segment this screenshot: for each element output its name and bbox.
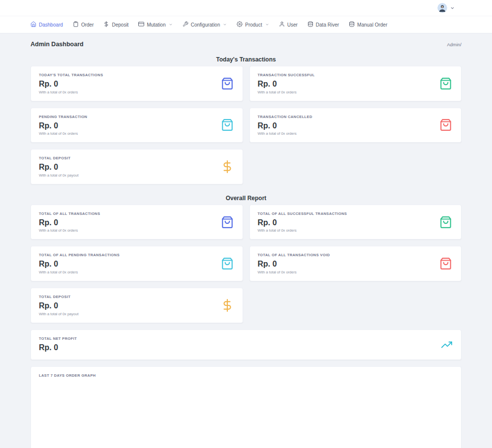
net-profit-card: TOTAL NET PROFIT Rp. 0 xyxy=(31,329,461,360)
stat-card: TOTAL OF ALL SUCCESSFUL TRANSACTIONSRp. … xyxy=(249,205,462,240)
shopping-bag-icon xyxy=(439,216,452,229)
nav-item-label: Order xyxy=(81,22,94,28)
stat-card: TODAY'S TOTAL TRANSACTIONSRp. 0With a to… xyxy=(31,66,243,101)
shopping-bag-icon xyxy=(439,119,452,131)
dollar-icon xyxy=(103,21,109,28)
stat-subtitle: With a total of 0x orders xyxy=(258,90,454,94)
stat-value: Rp. 0 xyxy=(258,218,454,227)
stat-label: TRANSACTION CANCELLED xyxy=(258,115,454,119)
stat-value: Rp. 0 xyxy=(258,80,454,89)
stat-value: Rp. 0 xyxy=(258,121,454,130)
stat-value: Rp. 0 xyxy=(39,218,235,227)
section-heading-overall: Overall Report xyxy=(31,191,461,205)
stat-value: Rp. 0 xyxy=(258,260,454,269)
dollar-icon xyxy=(221,160,234,173)
graph-label: LAST 7 DAYS ORDER GRAPH xyxy=(39,373,453,378)
nav-item-label: Dashboard xyxy=(39,22,63,28)
stat-label: TOTAL OF ALL PENDING TRANSACTIONS xyxy=(39,253,235,257)
shopping-bag-icon xyxy=(221,119,234,131)
nav-item-label: Data River xyxy=(316,22,339,28)
shopping-bag-icon xyxy=(439,257,452,270)
stat-subtitle: With a total of 0x payout xyxy=(39,312,235,316)
wrench-icon xyxy=(183,21,188,28)
stat-value: Rp. 0 xyxy=(39,260,235,269)
stat-subtitle: With a total of 0x payout xyxy=(39,173,235,178)
stat-subtitle: With a total of 0x orders xyxy=(258,131,454,136)
page-title: Admin Dashboard xyxy=(31,41,84,48)
nav-item-product[interactable]: Product xyxy=(237,21,269,28)
stat-card: TOTAL OF ALL PENDING TRANSACTIONSRp. 0Wi… xyxy=(31,246,243,281)
nav-item-dashboard[interactable]: Dashboard xyxy=(31,21,63,28)
stat-card: TRANSACTION CANCELLEDRp. 0With a total o… xyxy=(249,108,462,143)
main-navigation: DashboardOrderDepositMutationConfigurati… xyxy=(0,16,492,33)
stat-card: TOTAL OF ALL TRANSACTIONSRp. 0With a tot… xyxy=(31,205,243,240)
last-7-days-order-graph-card: LAST 7 DAYS ORDER GRAPH xyxy=(31,366,461,448)
chevron-down-icon xyxy=(450,6,455,10)
top-bar xyxy=(0,0,492,16)
stat-card: TOTAL OF ALL TRANSACTIONS VOIDRp. 0With … xyxy=(249,246,462,281)
stat-subtitle: With a total of 0x orders xyxy=(39,270,235,274)
stat-card: TOTAL DEPOSITRp. 0With a total of 0x pay… xyxy=(31,288,243,323)
clipboard-icon xyxy=(73,21,79,28)
stat-value: Rp. 0 xyxy=(39,301,235,310)
shopping-bag-icon xyxy=(221,257,234,270)
stat-subtitle: With a total of 0x orders xyxy=(39,90,235,94)
stat-value: Rp. 0 xyxy=(39,343,453,352)
nav-item-label: Mutation xyxy=(147,22,165,28)
shopping-bag-icon xyxy=(439,77,452,90)
stat-label: PENDING TRANSACTION xyxy=(39,115,235,119)
stat-label: TOTAL OF ALL SUCCESSFUL TRANSACTIONS xyxy=(258,211,454,216)
nav-item-label: User xyxy=(287,22,298,28)
shopping-bag-icon xyxy=(221,216,234,229)
nav-item-deposit[interactable]: Deposit xyxy=(103,21,128,28)
chevron-down-icon xyxy=(222,22,227,28)
section-heading-today: Today's Transactions xyxy=(31,52,461,66)
trending-up-icon xyxy=(441,339,452,350)
nav-item-order[interactable]: Order xyxy=(73,21,94,28)
chevron-down-icon xyxy=(168,22,173,28)
avatar[interactable] xyxy=(437,3,447,13)
stat-value: Rp. 0 xyxy=(39,163,235,172)
stat-label: TOTAL OF ALL TRANSACTIONS xyxy=(39,211,235,216)
stat-card: TOTAL DEPOSITRp. 0With a total of 0x pay… xyxy=(31,149,243,184)
home-icon xyxy=(31,21,36,28)
gear-icon xyxy=(237,21,243,28)
stat-label: TRANSACTION SUCCESSFUL xyxy=(258,73,454,77)
main-content: Admin Dashboard Admin/ Today's Transacti… xyxy=(0,33,492,448)
user-menu[interactable] xyxy=(437,3,455,13)
user-icon xyxy=(279,21,285,28)
stat-subtitle: With a total of 0x orders xyxy=(258,228,454,233)
nav-item-label: Manual Order xyxy=(357,22,387,28)
database-icon xyxy=(308,21,313,28)
stat-value: Rp. 0 xyxy=(39,121,235,130)
database-icon xyxy=(349,21,355,28)
stat-label: TOTAL DEPOSIT xyxy=(39,295,235,299)
nav-item-label: Configuration xyxy=(191,22,220,28)
stat-card: TRANSACTION SUCCESSFULRp. 0With a total … xyxy=(249,66,462,101)
nav-item-configuration[interactable]: Configuration xyxy=(183,21,227,28)
stat-subtitle: With a total of 0x orders xyxy=(39,131,235,136)
breadcrumb: Admin/ xyxy=(447,42,461,47)
stat-label: TOTAL NET PROFIT xyxy=(39,336,453,341)
nav-item-mutation[interactable]: Mutation xyxy=(138,21,172,28)
nav-item-label: Deposit xyxy=(112,22,128,28)
shopping-bag-icon xyxy=(221,77,234,90)
dollar-icon xyxy=(221,299,234,312)
stat-value: Rp. 0 xyxy=(39,80,235,89)
chevron-down-icon xyxy=(265,22,269,28)
stat-label: TODAY'S TOTAL TRANSACTIONS xyxy=(39,73,235,77)
today-cards-grid: TODAY'S TOTAL TRANSACTIONSRp. 0With a to… xyxy=(31,66,461,184)
stat-subtitle: With a total of 0x orders xyxy=(258,270,454,274)
overall-cards-grid: TOTAL OF ALL TRANSACTIONSRp. 0With a tot… xyxy=(31,205,461,323)
stat-subtitle: With a total of 0x orders xyxy=(39,228,235,233)
credit-card-icon xyxy=(138,21,144,28)
nav-item-manual-order[interactable]: Manual Order xyxy=(349,21,387,28)
nav-item-label: Product xyxy=(245,22,262,28)
stat-label: TOTAL DEPOSIT xyxy=(39,156,235,160)
stat-label: TOTAL OF ALL TRANSACTIONS VOID xyxy=(258,253,454,257)
nav-item-data-river[interactable]: Data River xyxy=(308,21,339,28)
nav-item-user[interactable]: User xyxy=(279,21,298,28)
stat-card: PENDING TRANSACTIONRp. 0With a total of … xyxy=(31,108,243,143)
